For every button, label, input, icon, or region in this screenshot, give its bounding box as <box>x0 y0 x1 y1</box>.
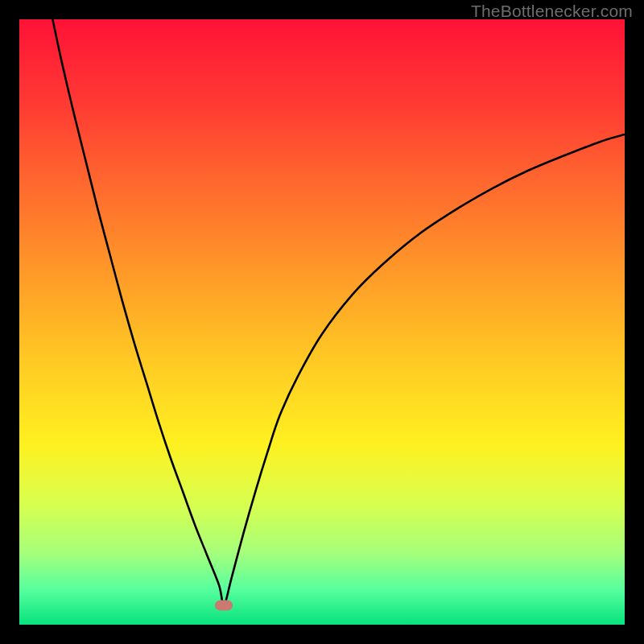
attribution-text: TheBottlenecker.com <box>471 2 633 21</box>
chart-frame: TheBottlenecker.com <box>0 0 644 644</box>
bottleneck-curve <box>19 19 625 625</box>
min-marker <box>215 600 233 610</box>
curve-path <box>52 19 625 605</box>
chart-plot-area <box>19 19 625 625</box>
